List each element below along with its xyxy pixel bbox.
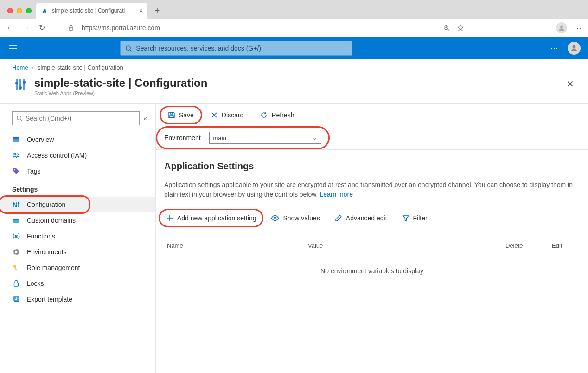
add-setting-button[interactable]: Add new application setting	[164, 212, 258, 225]
filter-label: Filter	[413, 214, 428, 222]
blade-close-button[interactable]: ✕	[564, 77, 576, 91]
sidebar-item-tags[interactable]: Tags	[0, 163, 155, 179]
sidebar-item-custom-domains[interactable]: Custom domains	[0, 212, 155, 228]
favorite-icon[interactable]	[457, 24, 464, 32]
col-value: Value	[308, 242, 505, 249]
browser-profile[interactable]	[556, 22, 567, 33]
sliders-icon	[12, 201, 20, 208]
sidebar-item-label: Environments	[27, 248, 67, 256]
save-button[interactable]: Save	[164, 109, 198, 122]
chevron-right-icon: ›	[32, 64, 34, 71]
overview-icon	[12, 136, 20, 143]
sidebar-item-label: Functions	[27, 232, 55, 240]
global-search-input[interactable]: Search resources, services, and docs (G+…	[120, 41, 352, 56]
browser-tab[interactable]: simple-static-site | Configurati ×	[36, 3, 147, 19]
download-icon	[12, 296, 20, 303]
new-tab-button[interactable]: +	[150, 4, 164, 18]
portal-menu-button[interactable]	[7, 43, 19, 54]
topbar-more[interactable]: ⋯	[550, 43, 559, 53]
refresh-label: Refresh	[271, 111, 294, 119]
table-empty-state: No environment variables to display	[164, 254, 580, 288]
sidebar-item-role-management[interactable]: Role management	[0, 260, 155, 276]
svg-point-9	[126, 45, 130, 50]
sidebar-item-label: Tags	[27, 167, 41, 175]
user-avatar[interactable]	[568, 42, 581, 55]
nav-back-button[interactable]: ←	[6, 24, 15, 32]
sidebar-item-access-control[interactable]: Access control (IAM)	[0, 148, 155, 163]
learn-more-link[interactable]: Learn more	[320, 191, 353, 198]
browser-menu[interactable]: ⋯	[574, 23, 582, 33]
section-heading: Application Settings	[164, 161, 580, 172]
breadcrumb-home[interactable]: Home	[12, 64, 28, 71]
svg-text:fx: fx	[15, 235, 18, 238]
sidebar-item-label: Locks	[27, 280, 44, 287]
address-bar[interactable]: https://ms.portal.azure.com	[82, 24, 160, 32]
close-icon	[211, 111, 218, 119]
discard-button[interactable]: Discard	[207, 109, 247, 122]
svg-point-28	[13, 203, 14, 204]
domain-icon	[12, 217, 20, 224]
svg-line-2	[448, 29, 450, 31]
tag-icon	[12, 167, 20, 175]
global-search-placeholder: Search resources, services, and docs (G+…	[136, 45, 261, 52]
discard-label: Discard	[222, 111, 243, 119]
resource-icon	[12, 77, 29, 93]
nav-refresh-button[interactable]: ↻	[37, 23, 46, 32]
save-icon	[168, 111, 175, 119]
function-icon: fx	[12, 232, 20, 240]
page-subtitle: Static Web Apps (Preview)	[34, 90, 207, 96]
tab-close-icon[interactable]: ×	[139, 7, 143, 14]
advanced-edit-button[interactable]: Advanced edit	[333, 212, 389, 225]
filter-icon	[402, 214, 409, 222]
sidebar-search-input[interactable]	[26, 115, 135, 122]
sidebar-item-environments[interactable]: Environments	[0, 244, 155, 260]
show-values-button[interactable]: Show values	[269, 212, 321, 225]
sidebar-item-configuration[interactable]: Configuration	[0, 197, 155, 212]
refresh-button[interactable]: Refresh	[256, 109, 298, 122]
svg-rect-37	[15, 269, 17, 270]
azure-icon	[41, 7, 48, 14]
advanced-edit-label: Advanced edit	[346, 214, 387, 222]
window-maximize[interactable]	[26, 8, 32, 13]
window-minimize[interactable]	[17, 8, 22, 13]
svg-rect-41	[170, 116, 173, 118]
browser-tab-title: simple-static-site | Configurati	[52, 7, 125, 14]
section-description: Application settings applicable to your …	[164, 180, 580, 199]
svg-point-23	[17, 154, 19, 155]
svg-point-5	[560, 25, 563, 28]
sidebar-item-overview[interactable]: Overview	[0, 132, 155, 148]
svg-point-22	[14, 153, 16, 155]
nav-forward-button: →	[21, 24, 31, 32]
environment-select[interactable]: main ⌄	[209, 132, 321, 144]
plus-icon	[166, 214, 173, 222]
svg-point-15	[15, 82, 18, 84]
col-edit: Edit	[552, 242, 580, 249]
sidebar-item-label: Overview	[27, 136, 54, 143]
svg-rect-0	[69, 27, 73, 30]
sidebar-item-label: Role management	[27, 264, 80, 271]
sidebar-collapse-button[interactable]: «	[143, 115, 147, 122]
sidebar-item-label: Export template	[27, 296, 72, 303]
gear-icon	[12, 248, 20, 256]
filter-button[interactable]: Filter	[400, 212, 429, 225]
refresh-icon	[260, 111, 268, 119]
svg-point-16	[19, 86, 22, 89]
window-controls[interactable]	[5, 3, 36, 19]
window-close[interactable]	[7, 8, 13, 13]
svg-rect-21	[13, 137, 19, 139]
col-delete: Delete	[505, 242, 552, 249]
settings-table-header: Name Value Delete Edit	[164, 238, 580, 254]
svg-point-47	[274, 217, 276, 219]
svg-rect-40	[14, 301, 19, 302]
breadcrumb-current: simple-static-site | Configuration	[38, 64, 123, 71]
svg-point-11	[573, 45, 576, 49]
svg-rect-38	[14, 283, 19, 286]
zoom-icon[interactable]	[443, 24, 450, 32]
col-name: Name	[164, 242, 308, 249]
svg-point-30	[18, 202, 19, 204]
pencil-icon	[335, 214, 342, 222]
sidebar-item-functions[interactable]: fx Functions	[0, 228, 155, 244]
sidebar-item-locks[interactable]: Locks	[0, 276, 155, 291]
sidebar-search[interactable]	[12, 111, 140, 125]
sidebar-item-export-template[interactable]: Export template	[0, 291, 155, 307]
